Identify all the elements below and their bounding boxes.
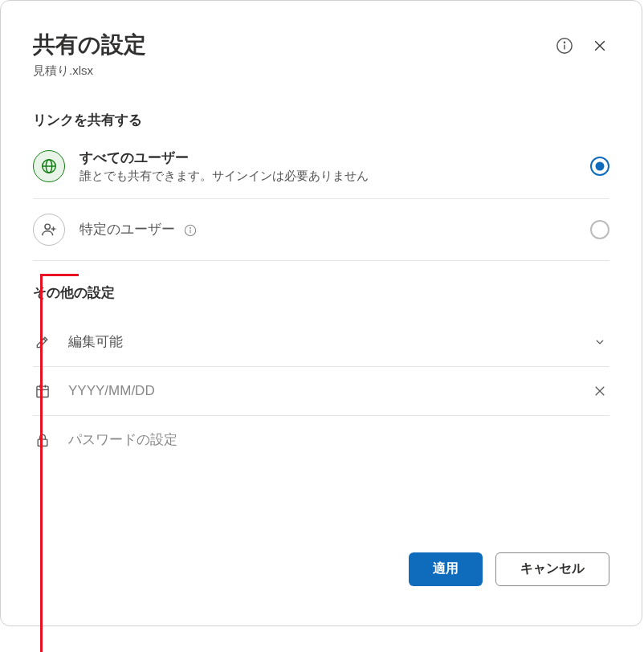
calendar-icon (33, 381, 52, 401)
cancel-button[interactable]: キャンセル (495, 552, 609, 586)
clear-expiry-icon[interactable] (590, 381, 609, 401)
password-row[interactable]: パスワードの設定 (33, 416, 609, 464)
footer: 適用 キャンセル (33, 552, 609, 586)
share-link-heading: リンクを共有する (33, 111, 609, 129)
permission-value: 編集可能 (68, 332, 590, 351)
svg-rect-21 (38, 439, 47, 446)
share-settings-dialog: 共有の設定 見積り.xlsx リンクを共有する (0, 0, 642, 626)
password-input[interactable]: パスワードの設定 (68, 430, 609, 449)
option-anyone-label: すべてのユーザー (79, 149, 590, 167)
option-specific-label: 特定のユーザー (79, 220, 590, 238)
pencil-icon (33, 332, 52, 352)
annotation-line (40, 274, 43, 652)
svg-point-8 (45, 224, 50, 229)
option-specific-text: 特定のユーザー (79, 220, 590, 238)
option-anyone-text: すべてのユーザー 誰とでも共有できます。サインインは必要ありません (79, 149, 590, 184)
svg-line-14 (43, 338, 46, 340)
specific-info-icon[interactable] (184, 224, 197, 237)
expiry-row[interactable]: YYYY/MM/DD (33, 367, 609, 416)
header: 共有の設定 見積り.xlsx (33, 31, 609, 79)
dialog-title: 共有の設定 (33, 31, 555, 59)
person-add-icon (33, 214, 65, 246)
apply-button[interactable]: 適用 (409, 552, 483, 586)
chevron-down-icon[interactable] (590, 332, 609, 352)
other-settings-section: その他の設定 編集可能 (33, 283, 609, 464)
header-icons (555, 31, 609, 55)
close-icon[interactable] (590, 36, 609, 55)
option-anyone-sub: 誰とでも共有できます。サインインは必要ありません (79, 169, 590, 184)
option-anyone[interactable]: すべてのユーザー 誰とでも共有できます。サインインは必要ありません (33, 145, 609, 199)
option-anyone-radio[interactable] (590, 157, 609, 176)
svg-point-2 (564, 42, 565, 43)
other-settings-heading: その他の設定 (33, 283, 609, 302)
option-specific[interactable]: 特定のユーザー (33, 199, 609, 261)
svg-rect-15 (37, 386, 48, 397)
lock-icon (33, 430, 52, 450)
header-left: 共有の設定 見積り.xlsx (33, 31, 555, 79)
filename-subtitle: 見積り.xlsx (33, 63, 555, 79)
permission-row[interactable]: 編集可能 (33, 318, 609, 367)
share-link-options: すべてのユーザー 誰とでも共有できます。サインインは必要ありません 特定のユーザ… (33, 145, 609, 261)
svg-point-13 (190, 227, 190, 228)
option-specific-radio[interactable] (590, 220, 609, 239)
option-specific-label-text: 特定のユーザー (79, 222, 175, 237)
expiry-input[interactable]: YYYY/MM/DD (68, 383, 590, 399)
globe-icon (33, 150, 65, 182)
info-icon[interactable] (555, 36, 574, 55)
